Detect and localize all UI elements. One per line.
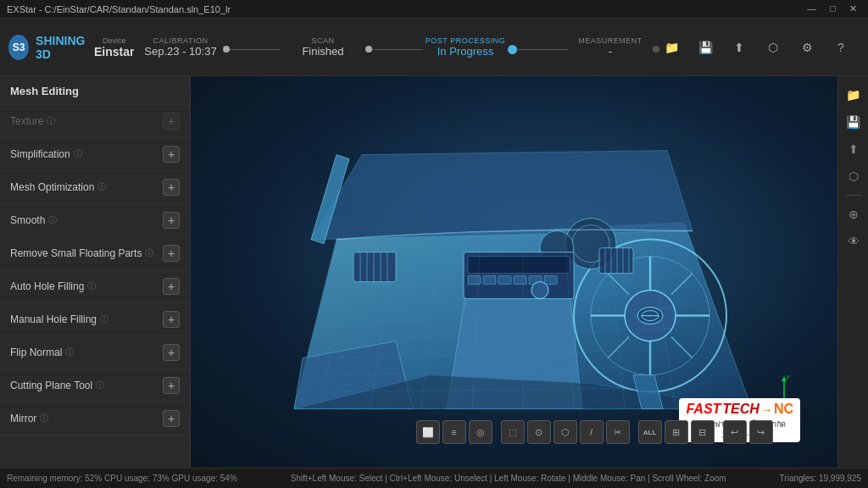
right-toolbar: 📁 💾 ⬆ ⬡ ⊕ 👁 — [837, 76, 868, 468]
tracking-btn[interactable]: ◎ — [469, 420, 492, 444]
pipeline-step-calibration: Calibration Sep.23 - 10:37 — [138, 36, 223, 58]
undo-btn[interactable]: ↩ — [723, 420, 747, 444]
svg-rect-19 — [468, 276, 481, 285]
rt-save-btn[interactable]: 💾 — [842, 110, 865, 134]
mesh-opt-info-icon[interactable]: ⓘ — [97, 181, 106, 193]
dot-row-4 — [653, 46, 659, 53]
line-2 — [372, 49, 423, 50]
select-all-btn[interactable]: ALL — [638, 420, 662, 444]
window-controls[interactable]: — □ ✕ — [803, 3, 861, 14]
flip-normal-info-icon[interactable]: ⓘ — [65, 347, 74, 358]
bottom-toolbar: ⬜ ≡ ◎ ⬚ ⊙ ⬡ / ✂ ALL ⊞ ⊟ ↩ ↪ — [381, 417, 807, 447]
menu-item-manual-hole[interactable]: Manual Hole Filling ⓘ + — [0, 303, 190, 336]
menu-item-mesh-optimization[interactable]: Mesh Optimization ⓘ + — [0, 171, 190, 204]
simplification-expand-btn[interactable]: + — [163, 146, 180, 163]
upload-icon[interactable]: ⬆ — [727, 36, 751, 59]
device-section: Device Einstar — [90, 36, 138, 58]
pipeline-step-postprocessing: Post Processing In Progress — [423, 36, 508, 58]
freehand-btn[interactable]: ⬡ — [554, 420, 577, 444]
menu-item-cutting-plane[interactable]: Cutting Plane Tool ⓘ + — [0, 369, 190, 402]
close-btn[interactable]: ✕ — [845, 3, 861, 14]
texture-label: Texture — [10, 115, 43, 127]
car-mesh-svg — [226, 87, 803, 443]
smooth-info-icon[interactable]: ⓘ — [48, 214, 57, 226]
menu-item-texture[interactable]: Texture ⓘ + — [0, 105, 190, 138]
svg-rect-26 — [353, 252, 396, 282]
svg-marker-1 — [311, 151, 693, 240]
lasso-btn[interactable]: ⊙ — [527, 420, 551, 444]
mesh-opt-expand-btn[interactable]: + — [163, 179, 180, 196]
svg-rect-18 — [468, 257, 570, 274]
layers-btn[interactable]: ≡ — [442, 420, 466, 444]
remove-floating-info-icon[interactable]: ⓘ — [145, 247, 153, 259]
flip-normal-label: Flip Normal — [10, 347, 62, 358]
line-1 — [230, 49, 281, 50]
measure-icon[interactable]: ⚙ — [795, 36, 819, 59]
select-rect2-btn[interactable]: ⬚ — [501, 420, 525, 444]
menu-item-remove-floating[interactable]: Remove Small Floating Parts ⓘ + — [0, 237, 190, 270]
draw-btn[interactable]: / — [580, 420, 604, 444]
status-bar: Remaining memory: 52% CPU usage: 73% GPU… — [0, 468, 868, 488]
menu-item-flip-normal[interactable]: Flip Normal ⓘ + — [0, 336, 190, 369]
dot-row-1 — [223, 46, 281, 53]
simplification-info-icon[interactable]: ⓘ — [74, 148, 82, 160]
fill-btn[interactable]: ⊞ — [665, 420, 688, 444]
step-calibration-label: Calibration — [153, 36, 209, 45]
watermark-nc: NC — [774, 402, 793, 417]
menu-item-simplification[interactable]: Simplification ⓘ + — [0, 138, 190, 171]
help-icon[interactable]: ? — [829, 36, 853, 59]
manual-hole-label: Manual Hole Filling — [10, 313, 97, 325]
mirror-expand-btn[interactable]: + — [163, 410, 180, 427]
window-title: EXStar - C:/EinStar/CAR/Standan/Standan.… — [7, 4, 231, 14]
menu-item-smooth[interactable]: Smooth ⓘ + — [0, 204, 190, 237]
redo-btn[interactable]: ↪ — [749, 420, 773, 444]
texture-expand-btn[interactable]: + — [163, 113, 180, 130]
auto-hole-expand-btn[interactable]: + — [163, 278, 180, 295]
3d-icon[interactable]: ⬡ — [761, 36, 785, 59]
maximize-btn[interactable]: □ — [826, 3, 840, 14]
status-center: Shift+Left Mouse: Select | Ctrl+Left Mou… — [291, 474, 726, 483]
step-scan-value: Finished — [302, 45, 343, 58]
remove-floating-expand-btn[interactable]: + — [163, 245, 180, 262]
eraser-btn[interactable]: ✂ — [606, 420, 630, 444]
pipeline-step-measurement: Measurement - — [568, 36, 653, 58]
cutting-plane-info-icon[interactable]: ⓘ — [96, 380, 104, 391]
dot-1 — [223, 46, 230, 53]
select-rect-btn[interactable]: ⬜ — [416, 420, 440, 444]
svg-rect-22 — [514, 276, 526, 285]
dot-2 — [365, 46, 372, 53]
rt-align-btn[interactable]: ⊕ — [842, 202, 865, 226]
device-label: Device — [103, 36, 126, 45]
watermark-arrow: → — [761, 403, 772, 416]
step-meas-label: Measurement — [578, 36, 643, 45]
cutting-plane-expand-btn[interactable]: + — [163, 377, 180, 394]
mirror-info-icon[interactable]: ⓘ — [40, 413, 48, 424]
menu-item-mirror[interactable]: Mirror ⓘ + — [0, 402, 190, 435]
manual-hole-info-icon[interactable]: ⓘ — [100, 313, 108, 325]
minus-btn[interactable]: ⊟ — [691, 420, 715, 444]
smooth-expand-btn[interactable]: + — [163, 212, 180, 229]
folder-icon[interactable]: 📁 — [659, 36, 683, 59]
rt-divider-1 — [845, 195, 862, 196]
step-post-label: Post Processing — [426, 36, 505, 45]
auto-hole-label: Auto Hole Filling — [10, 280, 84, 292]
viewport[interactable]: Y X FAST TECH → NC บริษัท ฟาสท์เทค เอ็นซ… — [191, 76, 837, 468]
rt-eye-btn[interactable]: 👁 — [842, 230, 865, 253]
rt-model-btn[interactable]: ⬡ — [842, 164, 865, 188]
nav-icons[interactable]: 📁 💾 ⬆ ⬡ ⚙ ? — [659, 36, 853, 59]
device-name: Einstar — [94, 45, 134, 58]
menu-item-auto-hole[interactable]: Auto Hole Filling ⓘ + — [0, 270, 190, 303]
watermark-fast: FAST — [686, 402, 721, 417]
header: S3 SHINING 3D Device Einstar Calibration… — [0, 19, 868, 76]
smooth-label: Smooth — [10, 214, 45, 226]
rt-export-btn[interactable]: ⬆ — [842, 137, 865, 161]
manual-hole-expand-btn[interactable]: + — [163, 311, 180, 328]
rt-folder-btn[interactable]: 📁 — [842, 83, 865, 107]
line-3 — [517, 49, 568, 50]
left-panel: Mesh Editing Texture ⓘ + Simplification … — [0, 76, 191, 468]
minimize-btn[interactable]: — — [803, 3, 821, 14]
texture-info-icon[interactable]: ⓘ — [47, 115, 55, 127]
save-icon[interactable]: 💾 — [693, 36, 717, 59]
flip-normal-expand-btn[interactable]: + — [163, 344, 180, 361]
auto-hole-info-icon[interactable]: ⓘ — [87, 280, 96, 292]
